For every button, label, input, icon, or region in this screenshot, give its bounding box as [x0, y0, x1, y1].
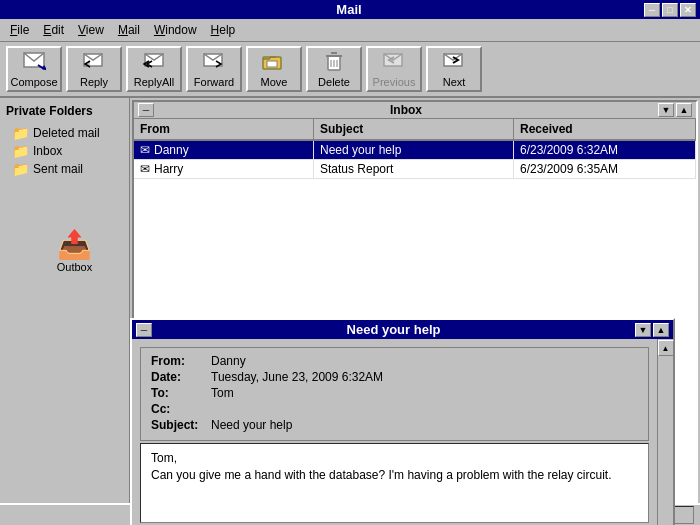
email-received: 6/23/2009 6:35AM [514, 160, 696, 178]
toolbar: Compose Reply ReplyAll [0, 42, 700, 98]
folder-icon: 📁 [12, 161, 29, 177]
forward-label: Forward [194, 76, 234, 88]
subject-label: Subject: [151, 418, 211, 432]
from-value: Danny [211, 354, 638, 368]
column-from: From [134, 119, 314, 139]
delete-icon [322, 51, 346, 74]
email-row[interactable]: ✉ Danny Need your help 6/23/2009 6:32AM [134, 141, 696, 160]
replyall-label: ReplyAll [134, 76, 174, 88]
menu-help[interactable]: Help [205, 21, 242, 39]
message-cc-row: Cc: [151, 402, 638, 416]
replyall-button[interactable]: ReplyAll [126, 46, 182, 92]
to-value: Tom [211, 386, 638, 400]
message-subject-row: Subject: Need your help [151, 418, 638, 432]
menu-view[interactable]: View [72, 21, 110, 39]
compose-button[interactable]: Compose [6, 46, 62, 92]
next-button[interactable]: Next [426, 46, 482, 92]
email-from-value: Harry [154, 162, 183, 176]
forward-button[interactable]: Forward [186, 46, 242, 92]
from-label: From: [151, 354, 211, 368]
sidebar-item-deleted-mail-label: Deleted mail [33, 126, 100, 140]
replyall-icon [141, 51, 167, 74]
email-header: From Subject Received [134, 119, 696, 141]
compose-icon [22, 51, 46, 74]
email-icon: ✉ [140, 143, 150, 157]
previous-label: Previous [373, 76, 416, 88]
outbox[interactable]: 📤 Outbox [14, 228, 135, 273]
delete-button[interactable]: Delete [306, 46, 362, 92]
title-bar: Mail ─ □ ✕ [0, 0, 700, 19]
column-subject: Subject [314, 119, 514, 139]
message-window: ─ Need your help ▼ ▲ From: Danny Date: T… [130, 318, 675, 525]
forward-icon [202, 51, 226, 74]
menu-edit[interactable]: Edit [37, 21, 70, 39]
main-area: Private Folders 📁 Deleted mail 📁 Inbox 📁… [0, 98, 700, 513]
message-scrollbar: ▲ ▼ [657, 339, 673, 525]
message-content: From: Danny Date: Tuesday, June 23, 2009… [132, 339, 673, 525]
inbox-scroll-down[interactable]: ▼ [658, 103, 674, 117]
cc-label: Cc: [151, 402, 211, 416]
svg-rect-7 [267, 61, 277, 67]
previous-button[interactable]: Previous [366, 46, 422, 92]
title-bar-controls: ─ □ ✕ [644, 3, 696, 17]
subject-value: Need your help [211, 418, 638, 432]
message-body: Tom,Can you give me a hand with the data… [140, 443, 649, 523]
message-main: From: Danny Date: Tuesday, June 23, 2009… [132, 339, 657, 525]
outbox-label: Outbox [57, 261, 92, 273]
email-icon: ✉ [140, 162, 150, 176]
inbox-minimize-button[interactable]: ─ [138, 103, 154, 117]
delete-label: Delete [318, 76, 350, 88]
outbox-icon: 📤 [57, 228, 92, 261]
menu-file[interactable]: File [4, 21, 35, 39]
next-icon [442, 51, 466, 74]
sidebar-item-deleted-mail[interactable]: 📁 Deleted mail [4, 124, 125, 142]
reply-label: Reply [80, 76, 108, 88]
email-subject: Need your help [314, 141, 514, 159]
message-header: From: Danny Date: Tuesday, June 23, 2009… [140, 347, 649, 441]
close-button[interactable]: ✕ [680, 3, 696, 17]
message-date-row: Date: Tuesday, June 23, 2009 6:32AM [151, 370, 638, 384]
menu-window[interactable]: Window [148, 21, 203, 39]
move-button[interactable]: Move [246, 46, 302, 92]
move-label: Move [261, 76, 288, 88]
folder-icon: 📁 [12, 143, 29, 159]
sidebar-item-inbox-label: Inbox [33, 144, 62, 158]
email-row[interactable]: ✉ Harry Status Report 6/23/2009 6:35AM [134, 160, 696, 179]
inbox-controls: ▼ ▲ [658, 103, 692, 117]
to-label: To: [151, 386, 211, 400]
minimize-button[interactable]: ─ [644, 3, 660, 17]
sidebar-item-inbox[interactable]: 📁 Inbox [4, 142, 125, 160]
menu-mail[interactable]: Mail [112, 21, 146, 39]
maximize-button[interactable]: □ [662, 3, 678, 17]
date-value: Tuesday, June 23, 2009 6:32AM [211, 370, 638, 384]
reply-icon [82, 51, 106, 74]
message-to-row: To: Tom [151, 386, 638, 400]
message-minimize-button[interactable]: ─ [136, 323, 152, 337]
sidebar-title: Private Folders [4, 102, 125, 120]
email-subject: Status Report [314, 160, 514, 178]
message-controls: ▼ ▲ [635, 323, 669, 337]
inbox-title: Inbox [154, 103, 658, 117]
message-scroll-down[interactable]: ▼ [635, 323, 651, 337]
menu-bar: File Edit View Mail Window Help [0, 19, 700, 42]
reply-button[interactable]: Reply [66, 46, 122, 92]
folder-icon: 📁 [12, 125, 29, 141]
message-body-text: Tom,Can you give me a hand with the data… [151, 451, 612, 482]
message-scroll-up[interactable]: ▲ [653, 323, 669, 337]
move-icon [262, 51, 286, 74]
sidebar: Private Folders 📁 Deleted mail 📁 Inbox 📁… [0, 98, 130, 513]
previous-icon [382, 51, 406, 74]
cc-value [211, 402, 638, 416]
email-received: 6/23/2009 6:32AM [514, 141, 696, 159]
column-received: Received [514, 119, 696, 139]
email-from-value: Danny [154, 143, 189, 157]
email-from: ✉ Danny [134, 141, 314, 159]
sidebar-item-sent-mail-label: Sent mail [33, 162, 83, 176]
email-from: ✉ Harry [134, 160, 314, 178]
scroll-up-arrow[interactable]: ▲ [658, 340, 674, 356]
sidebar-item-sent-mail[interactable]: 📁 Sent mail [4, 160, 125, 178]
message-from-row: From: Danny [151, 354, 638, 368]
inbox-scroll-up[interactable]: ▲ [676, 103, 692, 117]
message-title-bar: ─ Need your help ▼ ▲ [132, 320, 673, 339]
inbox-title-bar: ─ Inbox ▼ ▲ [134, 102, 696, 119]
